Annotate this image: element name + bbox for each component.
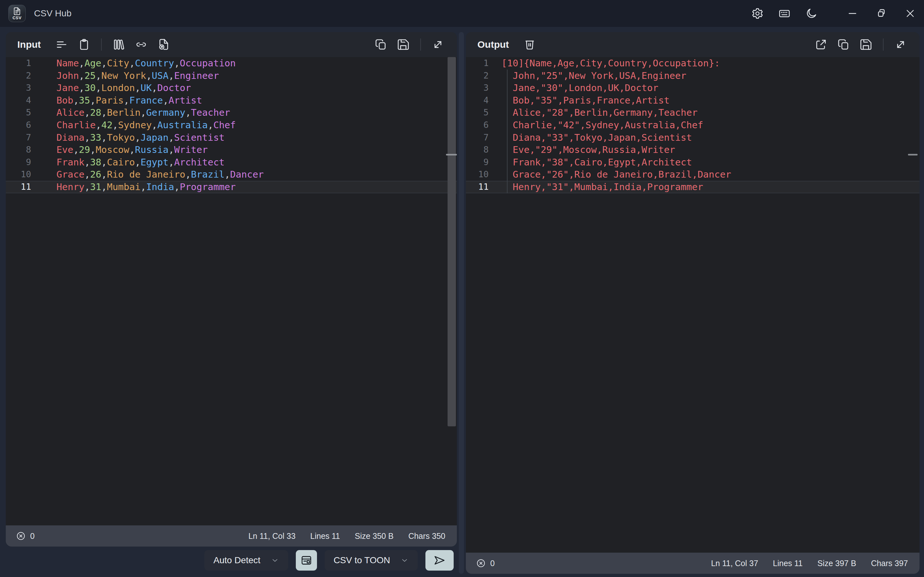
trash-icon [523, 38, 536, 51]
save-output-button[interactable] [857, 35, 875, 54]
table-view-icon [300, 554, 312, 566]
code-line-7[interactable]: 7Diana,33,Tokyo,Japan,Scientist [6, 131, 457, 144]
gear-icon [751, 7, 764, 19]
line-number: 11 [466, 181, 497, 193]
code-line-1[interactable]: 1Name,Age,City,Country,Occupation [6, 57, 457, 69]
toon-line-text: Frank,"38",Cairo,Egypt,Architect [497, 156, 692, 169]
input-scrollbar-thumb[interactable] [447, 57, 456, 426]
chevron-down-icon [271, 556, 279, 564]
code-line-6[interactable]: 6Charlie,"42",Sydney,Australia,Chef [466, 119, 919, 131]
link-button[interactable] [132, 35, 150, 54]
code-line-3[interactable]: 3Jane,"30",London,UK,Doctor [466, 82, 919, 94]
expand-input-button[interactable] [429, 35, 447, 54]
theme-toggle-button[interactable] [802, 4, 821, 23]
line-number: 9 [6, 156, 39, 169]
file-export-icon [157, 38, 170, 51]
toon-line-text: Diana,"33",Tokyo,Japan,Scientist [497, 131, 692, 144]
code-line-6[interactable]: 6Charlie,42,Sydney,Australia,Chef [6, 119, 457, 131]
line-number: 5 [466, 106, 497, 119]
code-line-9[interactable]: 9Frank,"38",Cairo,Egypt,Architect [466, 156, 919, 169]
code-line-2[interactable]: 2John,"25",New York,USA,Engineer [466, 69, 919, 82]
load-file-button[interactable] [154, 35, 173, 54]
app-logo-icon: CSV [8, 5, 26, 22]
moon-icon [805, 7, 817, 19]
toon-line-text: Bob,"35",Paris,France,Artist [497, 94, 670, 107]
clear-output-button[interactable] [520, 35, 539, 54]
panel-resizer[interactable] [459, 32, 464, 574]
keyboard-shortcuts-button[interactable] [775, 4, 794, 23]
code-line-4[interactable]: 4Bob,35,Paris,France,Artist [6, 94, 457, 107]
settings-button[interactable] [748, 4, 767, 23]
maximize-restore-button[interactable] [872, 4, 891, 23]
input-panel: Input [6, 32, 457, 546]
titlebar-actions [748, 4, 821, 23]
code-line-3[interactable]: 3Jane,30,London,UK,Doctor [6, 82, 457, 94]
line-number: 10 [466, 168, 497, 181]
toon-line-text: [10]{Name,Age,City,Country,Occupation}: [497, 57, 720, 69]
library-button[interactable] [110, 35, 128, 54]
app-window: CSV CSV Hub [0, 0, 924, 577]
columns-library-icon [112, 38, 125, 51]
line-number: 3 [6, 82, 39, 94]
line-number: 11 [6, 181, 39, 193]
code-line-10[interactable]: 10Grace,26,Rio de Janeiro,Brazil,Dancer [6, 168, 457, 181]
line-number: 2 [466, 69, 497, 82]
code-line-8[interactable]: 8Eve,"29",Moscow,Russia,Writer [466, 143, 919, 156]
output-toolbar: Output [466, 32, 919, 57]
input-cursor-position: Ln 11, Col 33 [248, 532, 296, 541]
csv-line-text: Eve,29,Moscow,Russia,Writer [39, 143, 208, 156]
expand-output-button[interactable] [891, 35, 910, 54]
code-line-9[interactable]: 9Frank,38,Cairo,Egypt,Architect [6, 156, 457, 169]
sample-data-button[interactable] [52, 35, 71, 54]
sample-text-icon [55, 38, 68, 51]
copy-output-button[interactable] [834, 35, 853, 54]
line-number: 9 [466, 156, 497, 169]
input-error-count: 0 [30, 532, 35, 541]
error-count-icon [16, 531, 26, 541]
share-icon [814, 38, 827, 51]
code-line-1[interactable]: 1[10]{Name,Age,City,Country,Occupation}: [466, 57, 919, 69]
line-number: 6 [6, 119, 39, 131]
code-line-5[interactable]: 5Alice,28,Berlin,Germany,Teacher [6, 106, 457, 119]
code-line-8[interactable]: 8Eve,29,Moscow,Russia,Writer [6, 143, 457, 156]
code-line-5[interactable]: 5Alice,"28",Berlin,Germany,Teacher [466, 106, 919, 119]
expand-icon [431, 38, 444, 51]
close-button[interactable] [901, 4, 919, 23]
code-line-2[interactable]: 2John,25,New York,USA,Engineer [6, 69, 457, 82]
keyboard-icon [779, 7, 790, 19]
line-number: 5 [6, 106, 39, 119]
input-editor[interactable]: 1Name,Age,City,Country,Occupation2John,2… [6, 57, 457, 525]
paste-button[interactable] [75, 35, 94, 54]
restore-icon [876, 8, 887, 19]
output-editor[interactable]: 1[10]{Name,Age,City,Country,Occupation}:… [466, 57, 919, 553]
code-line-4[interactable]: 4Bob,"35",Paris,France,Artist [466, 94, 919, 107]
input-format-select[interactable]: Auto Detect [204, 550, 288, 571]
save-input-button[interactable] [394, 35, 413, 54]
output-panel-title: Output [477, 39, 509, 50]
code-line-11[interactable]: 11Henry,31,Mumbai,India,Programmer [6, 181, 457, 193]
app-logo-text: CSV [13, 16, 21, 20]
copy-icon [375, 38, 387, 51]
csv-line-text: John,25,New York,USA,Engineer [39, 69, 219, 82]
convert-button[interactable] [425, 550, 454, 571]
titlebar: CSV CSV Hub [0, 0, 924, 27]
code-line-11[interactable]: 11Henry,"31",Mumbai,India,Programmer [466, 181, 919, 193]
toon-line-text: Jane,"30",London,UK,Doctor [497, 82, 658, 94]
table-view-button[interactable] [296, 550, 317, 571]
share-output-button[interactable] [812, 35, 830, 54]
code-line-10[interactable]: 10Grace,"26",Rio de Janeiro,Brazil,Dance… [466, 168, 919, 181]
minimize-button[interactable] [843, 4, 862, 23]
csv-line-text: Name,Age,City,Country,Occupation [39, 57, 236, 69]
csv-line-text: Alice,28,Berlin,Germany,Teacher [39, 106, 230, 119]
csv-line-text: Frank,38,Cairo,Egypt,Architect [39, 156, 225, 169]
code-line-7[interactable]: 7Diana,"33",Tokyo,Japan,Scientist [466, 131, 919, 144]
toon-line-text: Henry,"31",Mumbai,India,Programmer [497, 181, 703, 193]
conversion-mode-select[interactable]: CSV to TOON [325, 550, 418, 571]
line-number: 10 [6, 168, 39, 181]
line-number: 7 [6, 131, 39, 144]
main-content: Input [0, 27, 924, 577]
copy-input-button[interactable] [372, 35, 390, 54]
output-char-count: Chars 397 [871, 559, 908, 568]
minimize-icon [846, 8, 858, 19]
input-size: Size 350 B [355, 532, 394, 541]
